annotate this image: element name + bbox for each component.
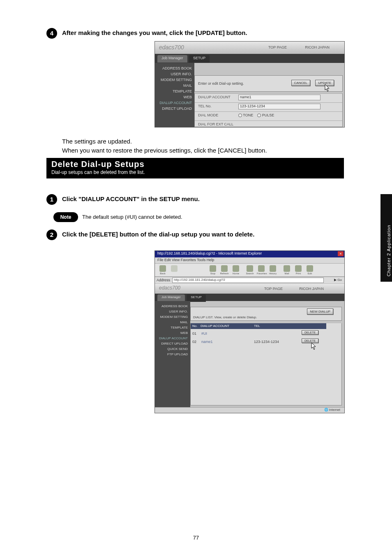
th-tel: TEL: [252, 323, 297, 329]
sidebar-item[interactable]: ADDRESS BOOK: [157, 303, 188, 309]
sidebar-item[interactable]: MAIL: [157, 320, 188, 325]
cancel-button[interactable]: CANCEL: [291, 80, 310, 86]
sidebar-item[interactable]: USER INFO.: [157, 71, 192, 77]
refresh-icon[interactable]: Refresh: [220, 265, 229, 274]
chapter-side-tab: Chapter 2 Application: [380, 194, 392, 282]
td-account-2[interactable]: name1: [201, 340, 213, 344]
th-blank: [297, 323, 326, 329]
close-icon[interactable]: ×: [338, 251, 344, 256]
delete-button-2[interactable]: DELETE: [302, 338, 318, 343]
note-text: The default setup (#UI) cannot be delete…: [82, 214, 182, 220]
dialup-account-field[interactable]: name1: [238, 95, 321, 100]
cursor-icon: [310, 342, 317, 351]
sidebar-item[interactable]: TEMPLATE: [157, 88, 192, 94]
sidebar-item[interactable]: MODEM SETTING: [157, 314, 188, 320]
browser-menu[interactable]: File Edit View Favorites Tools Help: [155, 257, 344, 264]
row-label-extcall: DIAL FOR EXT CALL: [198, 122, 233, 126]
td-no-2: 02: [192, 340, 196, 344]
browser-toolbar: Back Stop Refresh Home Search Favorites …: [155, 264, 344, 277]
shot1-content-head: Enter or edit Dial-up setting. CANCEL UP…: [194, 75, 343, 92]
edit-icon[interactable]: Edit: [305, 265, 314, 274]
section-heading-bar: Delete Dial-up Setups Dial-up setups can…: [46, 158, 344, 178]
go-button[interactable]: ▶ Go: [334, 278, 342, 282]
section-subtitle: Dial-up setups can be deleted from the l…: [51, 169, 145, 175]
step4-line3: When you want to restore the previous se…: [62, 147, 267, 154]
shot1-sidebar: ADDRESS BOOK USER INFO. MODEM SETTING MA…: [155, 63, 194, 127]
shot2-content-title: DIALUP LIST. View, create or delete Dial…: [193, 315, 257, 319]
delete-button-1[interactable]: DELETE: [302, 330, 318, 335]
radio-tone[interactable]: [238, 114, 242, 117]
tel-field[interactable]: 123-1234-1234: [238, 104, 321, 109]
window-title-text: http://192.168.181.240/dialup.cgi?2 - Mi…: [157, 251, 262, 255]
chapter-side-tab-text: Chapter 2 Application: [386, 225, 391, 276]
sidebar-item[interactable]: DIRECT UPLOAD: [157, 106, 192, 111]
shot2-page: edacs700 TOP PAGE RICOH JAPAN Job Manage…: [155, 284, 344, 407]
th-no: No.: [191, 323, 199, 329]
window-titlebar: http://192.168.181.240/dialup.cgi?2 - Mi…: [155, 251, 344, 257]
home-icon[interactable]: Home: [231, 265, 240, 274]
mail-icon[interactable]: Mail: [282, 265, 291, 274]
sidebar-item[interactable]: WEB: [157, 330, 188, 336]
step-number-2: 2: [46, 229, 57, 240]
sidebar-item[interactable]: MAIL: [157, 83, 192, 88]
th-account: DIALUP ACCOUNT: [199, 323, 252, 329]
print-icon[interactable]: Print: [294, 265, 303, 274]
shot1-logo: edacs700: [159, 44, 184, 51]
step2-text: Click the [DELETE] button of the dial-up…: [62, 231, 254, 238]
section-title: Delete Dial-up Setups: [51, 160, 145, 169]
sidebar-item-active[interactable]: DIALUP ACCOUNT: [157, 336, 188, 341]
shot2-sidebar: ADDRESS BOOK USER INFO. MODEM SETTING MA…: [155, 301, 190, 407]
forward-icon[interactable]: [170, 265, 179, 274]
shot1-top-page-link[interactable]: TOP PAGE: [268, 45, 287, 49]
address-bar: Address http://192.168.181.240/dialup.cg…: [155, 277, 344, 284]
sidebar-item[interactable]: MODEM SETTING: [157, 77, 192, 83]
shot2-logo: edacs700: [159, 285, 180, 291]
sidebar-item[interactable]: FTP UPLOAD: [157, 352, 188, 357]
sidebar-item[interactable]: QUICK SEND: [157, 346, 188, 352]
screenshot-dialup-list: http://192.168.181.240/dialup.cgi?2 - Mi…: [154, 250, 345, 413]
radio-pulse-label: PULSE: [262, 113, 274, 117]
shot1-tabs: Job Manager SETUP: [157, 55, 210, 63]
sidebar-item[interactable]: WEB: [157, 94, 192, 100]
sidebar-item[interactable]: DIRECT UPLOAD: [157, 341, 188, 346]
sidebar-item[interactable]: ADDRESS BOOK: [157, 65, 192, 71]
step4-line2: The settings are updated.: [62, 138, 132, 145]
status-text: 🌐 Internet: [324, 408, 340, 412]
step4-line1: After making the changes you want, click…: [62, 29, 247, 36]
new-dialup-button[interactable]: NEW DIALUP: [307, 308, 333, 315]
page-number: 77: [0, 535, 392, 541]
shot2-content-head: NEW DIALUP DIALUP LIST. View, create or …: [190, 307, 342, 321]
td-no-1: 01: [192, 331, 196, 336]
shot2-ricoh-link[interactable]: RICOH JAPAN: [299, 287, 324, 291]
search-icon[interactable]: Search: [245, 265, 254, 274]
td-tel-2: 123-1234-1234: [254, 340, 279, 344]
shot1-ricoh-link[interactable]: RICOH JAPAN: [305, 45, 330, 49]
radio-pulse[interactable]: [257, 114, 261, 117]
tab-job-manager[interactable]: Job Manager: [157, 55, 187, 63]
td-account-1[interactable]: #UI: [201, 331, 207, 336]
shot2-top-page-link[interactable]: TOP PAGE: [264, 287, 283, 291]
history-icon[interactable]: History: [268, 265, 277, 274]
shot2-table: No. DIALUP ACCOUNT TEL 01 #UI DELETE 02 …: [190, 323, 342, 405]
sidebar-item[interactable]: USER INFO.: [157, 309, 188, 314]
back-icon[interactable]: Back: [158, 265, 167, 274]
note-badge: Note: [53, 212, 78, 222]
shot1-content-title: Enter or edit Dial-up setting.: [198, 81, 244, 86]
radio-tone-label: TONE: [243, 113, 253, 117]
tab-setup[interactable]: SETUP: [189, 55, 210, 63]
status-bar: 🌐 Internet: [155, 407, 344, 413]
sidebar-item-active[interactable]: DIALUP ACCOUNT: [157, 100, 192, 106]
favorites-icon[interactable]: Favorites: [257, 265, 266, 274]
screenshot-edit-dialup: edacs700 TOP PAGE RICOH JAPAN Job Manage…: [154, 41, 345, 127]
address-label: Address: [157, 278, 170, 282]
address-field[interactable]: http://192.168.181.240/dialup.cgi?2: [172, 278, 324, 283]
row-label-account: DIALUP ACCOUNT: [198, 95, 231, 99]
step-number-1: 1: [46, 194, 57, 205]
row-label-tel: TEL No.: [198, 104, 212, 108]
update-button[interactable]: UPDATE: [315, 80, 334, 86]
step-number-4: 4: [46, 28, 57, 39]
row-label-dialmode: DIAL MODE: [198, 113, 218, 117]
shot1-table: DIALUP ACCOUNT name1 TEL No. 123-1234-12…: [194, 93, 343, 127]
stop-icon[interactable]: Stop: [208, 265, 217, 274]
sidebar-item[interactable]: TEMPLATE: [157, 325, 188, 330]
